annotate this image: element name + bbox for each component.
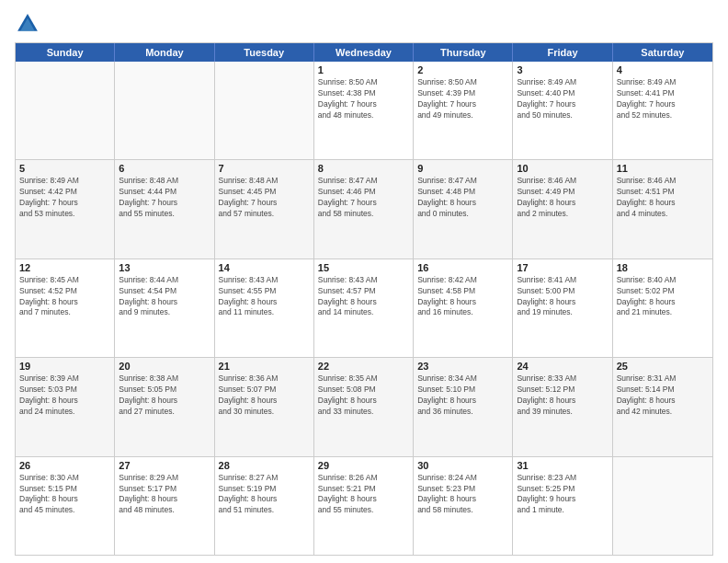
calendar-day-11: 11Sunrise: 8:46 AM Sunset: 4:51 PM Dayli… (613, 160, 712, 258)
day-number: 23 (417, 361, 508, 372)
day-number: 15 (318, 262, 409, 273)
day-info: Sunrise: 8:23 AM Sunset: 5:25 PM Dayligh… (517, 473, 608, 517)
calendar-day-8: 8Sunrise: 8:47 AM Sunset: 4:46 PM Daylig… (314, 160, 414, 258)
day-info: Sunrise: 8:39 AM Sunset: 5:03 PM Dayligh… (19, 373, 110, 418)
calendar-body: 1Sunrise: 8:50 AM Sunset: 4:38 PM Daylig… (16, 62, 712, 555)
calendar-day-24: 24Sunrise: 8:33 AM Sunset: 5:12 PM Dayli… (513, 358, 612, 455)
calendar-week-4: 19Sunrise: 8:39 AM Sunset: 5:03 PM Dayli… (16, 357, 712, 455)
day-info: Sunrise: 8:46 AM Sunset: 4:51 PM Dayligh… (617, 176, 709, 220)
day-info: Sunrise: 8:35 AM Sunset: 5:08 PM Dayligh… (318, 373, 409, 418)
calendar-day-19: 19Sunrise: 8:39 AM Sunset: 5:03 PM Dayli… (16, 358, 115, 455)
day-info: Sunrise: 8:31 AM Sunset: 5:14 PM Dayligh… (617, 373, 709, 418)
calendar-day-26: 26Sunrise: 8:30 AM Sunset: 5:15 PM Dayli… (16, 457, 115, 555)
day-number: 7 (219, 163, 310, 174)
day-number: 28 (219, 460, 310, 471)
day-info: Sunrise: 8:29 AM Sunset: 5:17 PM Dayligh… (119, 473, 210, 517)
header-day-tuesday: Tuesday (215, 43, 314, 62)
header-day-wednesday: Wednesday (314, 43, 414, 62)
day-number: 24 (517, 361, 608, 372)
calendar-day-29: 29Sunrise: 8:26 AM Sunset: 5:21 PM Dayli… (314, 457, 414, 555)
day-number: 17 (517, 262, 608, 273)
day-number: 9 (417, 163, 508, 174)
calendar-week-1: 1Sunrise: 8:50 AM Sunset: 4:38 PM Daylig… (16, 62, 712, 159)
day-number: 31 (517, 460, 608, 471)
day-info: Sunrise: 8:49 AM Sunset: 4:42 PM Dayligh… (19, 176, 110, 220)
calendar-week-2: 5Sunrise: 8:49 AM Sunset: 4:42 PM Daylig… (16, 159, 712, 258)
calendar-day-9: 9Sunrise: 8:47 AM Sunset: 4:48 PM Daylig… (414, 160, 513, 258)
day-number: 5 (19, 163, 110, 174)
calendar-day-23: 23Sunrise: 8:34 AM Sunset: 5:10 PM Dayli… (414, 358, 513, 455)
calendar-day-18: 18Sunrise: 8:40 AM Sunset: 5:02 PM Dayli… (613, 259, 712, 357)
header-day-friday: Friday (513, 43, 612, 62)
header-day-saturday: Saturday (613, 43, 712, 62)
calendar-day-15: 15Sunrise: 8:43 AM Sunset: 4:57 PM Dayli… (314, 259, 414, 357)
day-info: Sunrise: 8:43 AM Sunset: 4:55 PM Dayligh… (219, 275, 310, 319)
calendar-day-14: 14Sunrise: 8:43 AM Sunset: 4:55 PM Dayli… (215, 259, 314, 357)
day-info: Sunrise: 8:50 AM Sunset: 4:38 PM Dayligh… (318, 77, 409, 121)
header-day-monday: Monday (115, 43, 214, 62)
calendar-day-empty (115, 62, 214, 159)
page: SundayMondayTuesdayWednesdayThursdayFrid… (0, 0, 728, 563)
day-info: Sunrise: 8:24 AM Sunset: 5:23 PM Dayligh… (417, 473, 508, 517)
header-day-sunday: Sunday (16, 43, 115, 62)
day-info: Sunrise: 8:26 AM Sunset: 5:21 PM Dayligh… (318, 473, 409, 517)
day-number: 4 (617, 64, 709, 75)
calendar-day-28: 28Sunrise: 8:27 AM Sunset: 5:19 PM Dayli… (215, 457, 314, 555)
calendar-day-21: 21Sunrise: 8:36 AM Sunset: 5:07 PM Dayli… (215, 358, 314, 455)
calendar-day-5: 5Sunrise: 8:49 AM Sunset: 4:42 PM Daylig… (16, 160, 115, 258)
day-info: Sunrise: 8:49 AM Sunset: 4:41 PM Dayligh… (617, 77, 709, 121)
calendar-day-20: 20Sunrise: 8:38 AM Sunset: 5:05 PM Dayli… (115, 358, 214, 455)
calendar-day-16: 16Sunrise: 8:42 AM Sunset: 4:58 PM Dayli… (414, 259, 513, 357)
calendar-day-22: 22Sunrise: 8:35 AM Sunset: 5:08 PM Dayli… (314, 358, 414, 455)
day-info: Sunrise: 8:30 AM Sunset: 5:15 PM Dayligh… (19, 473, 110, 517)
calendar-day-7: 7Sunrise: 8:48 AM Sunset: 4:45 PM Daylig… (215, 160, 314, 258)
calendar: SundayMondayTuesdayWednesdayThursdayFrid… (15, 42, 713, 556)
calendar-day-3: 3Sunrise: 8:49 AM Sunset: 4:40 PM Daylig… (513, 62, 612, 159)
calendar-day-1: 1Sunrise: 8:50 AM Sunset: 4:38 PM Daylig… (314, 62, 414, 159)
day-number: 30 (417, 460, 508, 471)
day-info: Sunrise: 8:40 AM Sunset: 5:02 PM Dayligh… (617, 275, 709, 319)
day-number: 25 (617, 361, 709, 372)
day-number: 29 (318, 460, 409, 471)
calendar-day-empty (16, 62, 115, 159)
calendar-day-25: 25Sunrise: 8:31 AM Sunset: 5:14 PM Dayli… (613, 358, 712, 455)
calendar-day-6: 6Sunrise: 8:48 AM Sunset: 4:44 PM Daylig… (115, 160, 214, 258)
calendar-day-12: 12Sunrise: 8:45 AM Sunset: 4:52 PM Dayli… (16, 259, 115, 357)
calendar-day-4: 4Sunrise: 8:49 AM Sunset: 4:41 PM Daylig… (613, 62, 712, 159)
day-number: 26 (19, 460, 110, 471)
day-number: 1 (318, 64, 409, 75)
day-number: 22 (318, 361, 409, 372)
calendar-week-3: 12Sunrise: 8:45 AM Sunset: 4:52 PM Dayli… (16, 259, 712, 357)
calendar-day-17: 17Sunrise: 8:41 AM Sunset: 5:00 PM Dayli… (513, 259, 612, 357)
header-day-thursday: Thursday (414, 43, 513, 62)
day-info: Sunrise: 8:46 AM Sunset: 4:49 PM Dayligh… (517, 176, 608, 220)
calendar-day-31: 31Sunrise: 8:23 AM Sunset: 5:25 PM Dayli… (513, 457, 612, 555)
day-info: Sunrise: 8:42 AM Sunset: 4:58 PM Dayligh… (417, 275, 508, 319)
day-info: Sunrise: 8:34 AM Sunset: 5:10 PM Dayligh… (417, 373, 508, 418)
day-info: Sunrise: 8:48 AM Sunset: 4:44 PM Dayligh… (119, 176, 210, 220)
day-info: Sunrise: 8:43 AM Sunset: 4:57 PM Dayligh… (318, 275, 409, 319)
day-number: 20 (119, 361, 210, 372)
day-info: Sunrise: 8:33 AM Sunset: 5:12 PM Dayligh… (517, 373, 608, 418)
day-info: Sunrise: 8:36 AM Sunset: 5:07 PM Dayligh… (219, 373, 310, 418)
header (15, 11, 713, 37)
day-number: 3 (517, 64, 608, 75)
day-info: Sunrise: 8:49 AM Sunset: 4:40 PM Dayligh… (517, 77, 608, 121)
day-number: 27 (119, 460, 210, 471)
day-info: Sunrise: 8:47 AM Sunset: 4:46 PM Dayligh… (318, 176, 409, 220)
day-number: 10 (517, 163, 608, 174)
day-number: 6 (119, 163, 210, 174)
day-info: Sunrise: 8:45 AM Sunset: 4:52 PM Dayligh… (19, 275, 110, 319)
calendar-day-13: 13Sunrise: 8:44 AM Sunset: 4:54 PM Dayli… (115, 259, 214, 357)
day-info: Sunrise: 8:44 AM Sunset: 4:54 PM Dayligh… (119, 275, 210, 319)
day-number: 16 (417, 262, 508, 273)
day-info: Sunrise: 8:38 AM Sunset: 5:05 PM Dayligh… (119, 373, 210, 418)
calendar-day-empty (613, 457, 712, 555)
logo-icon (15, 11, 40, 37)
day-number: 2 (417, 64, 508, 75)
logo (15, 11, 44, 37)
calendar-day-30: 30Sunrise: 8:24 AM Sunset: 5:23 PM Dayli… (414, 457, 513, 555)
day-number: 19 (19, 361, 110, 372)
day-number: 13 (119, 262, 210, 273)
calendar-day-10: 10Sunrise: 8:46 AM Sunset: 4:49 PM Dayli… (513, 160, 612, 258)
